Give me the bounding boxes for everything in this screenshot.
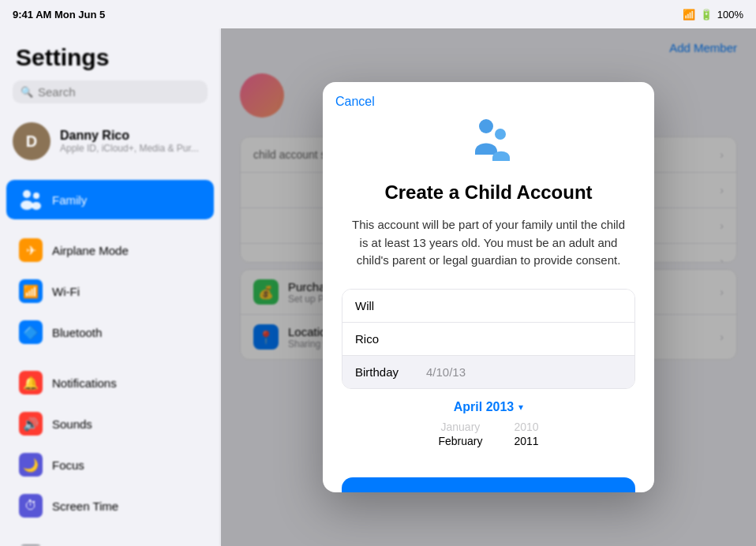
sidebar-item-screentime[interactable]: ⏱ Screen Time (6, 486, 214, 525)
month-picker-label: April 2013 (454, 400, 514, 414)
app-container: Settings 🔍 D Danny Rico Apple ID, iCloud… (0, 28, 756, 546)
create-child-account-modal: Cancel Create a Child Account This accou… (323, 82, 654, 492)
sidebar-item-notifications[interactable]: 🔔 Notifications (6, 363, 214, 402)
sidebar-item-bluetooth[interactable]: 🔷 Bluetooth (6, 312, 214, 352)
verify-button[interactable]: Verify You're an Adult (342, 477, 635, 493)
screentime-icon: ⏱ (19, 494, 43, 518)
battery-percent: 100% (717, 9, 743, 21)
year-col: 2010 2011 (514, 421, 538, 458)
birthday-value: 4/10/13 (426, 365, 622, 379)
sidebar-item-label-bluetooth: Bluetooth (52, 326, 102, 339)
picker-year-2010: 2010 (514, 421, 538, 433)
sidebar-item-label-wifi: Wi-Fi (52, 285, 80, 298)
sidebar-item-focus[interactable]: 🌙 Focus (6, 445, 214, 484)
profile-name: Danny Rico (60, 129, 199, 143)
main-content: Add Member child account settings and › … (221, 28, 756, 546)
month-picker[interactable]: April 2013 ▾ (323, 392, 654, 414)
family-svg-icon (461, 114, 516, 169)
search-icon: 🔍 (21, 86, 33, 98)
wifi-settings-icon: 📶 (19, 279, 43, 303)
modal-description: This account will be part of your family… (323, 216, 654, 289)
cancel-button[interactable]: Cancel (335, 95, 375, 109)
battery-icon: 🔋 (700, 9, 713, 21)
modal-form: Birthday 4/10/13 (342, 289, 635, 389)
status-bar: 9:41 AM Mon Jun 5 📶 🔋 100% (0, 0, 756, 28)
profile-item[interactable]: D Danny Rico Apple ID, iCloud+, Media & … (0, 113, 220, 170)
search-bar[interactable]: 🔍 (13, 80, 208, 103)
sidebar-item-label-screentime: Screen Time (52, 499, 118, 513)
svg-point-1 (33, 193, 39, 199)
modal-backdrop: Cancel Create a Child Account This accou… (221, 28, 756, 546)
wifi-icon: 📶 (683, 9, 695, 21)
svg-point-3 (32, 202, 41, 210)
airplane-icon: ✈ (19, 238, 43, 262)
sidebar-item-sounds[interactable]: 🔊 Sounds (6, 404, 214, 443)
sidebar-item-family[interactable]: Family (6, 180, 214, 219)
sidebar-item-general[interactable]: ⚙️ General (6, 537, 214, 546)
avatar-initials: D (26, 133, 37, 151)
sidebar-item-label-airplane: Airplane Mode (52, 244, 129, 257)
svg-point-0 (23, 190, 31, 198)
sidebar-item-label-family: Family (52, 193, 87, 207)
svg-point-5 (495, 129, 506, 140)
family-icon (19, 188, 43, 211)
notifications-icon: 🔔 (19, 371, 43, 395)
sidebar-item-wifi[interactable]: 📶 Wi-Fi (6, 271, 214, 311)
last-name-input[interactable] (355, 332, 622, 346)
sidebar: Settings 🔍 D Danny Rico Apple ID, iCloud… (0, 28, 221, 546)
sidebar-item-label-focus: Focus (52, 458, 84, 472)
profile-subtitle: Apple ID, iCloud+, Media & Pur... (60, 143, 199, 154)
last-name-row[interactable] (342, 323, 634, 356)
status-icons: 📶 🔋 100% (683, 9, 743, 21)
birthday-label: Birthday (355, 365, 426, 379)
picker-year-2011: 2011 (514, 435, 538, 447)
focus-icon: 🌙 (19, 453, 43, 477)
profile-info: Danny Rico Apple ID, iCloud+, Media & Pu… (60, 129, 199, 154)
sounds-icon: 🔊 (19, 412, 43, 436)
picker-month-feb: February (438, 435, 482, 447)
sidebar-item-label-notifications: Notifications (52, 376, 117, 390)
bluetooth-icon: 🔷 (19, 320, 43, 344)
first-name-input[interactable] (355, 299, 622, 312)
svg-point-4 (479, 119, 493, 133)
svg-point-2 (21, 200, 33, 210)
avatar: D (13, 122, 51, 160)
picker-scroll-area: January February 2010 2011 (323, 414, 654, 465)
status-time: 9:41 AM Mon Jun 5 (13, 9, 105, 21)
month-col: January February (438, 421, 482, 458)
modal-title: Create a Child Account (323, 181, 654, 216)
picker-month-jan: January (441, 421, 481, 433)
sidebar-title: Settings (0, 28, 220, 80)
sidebar-item-airplane[interactable]: ✈ Airplane Mode (6, 230, 214, 270)
search-input[interactable] (38, 85, 200, 99)
sidebar-item-label-sounds: Sounds (52, 417, 92, 431)
birthday-row[interactable]: Birthday 4/10/13 (342, 356, 634, 388)
month-picker-chevron: ▾ (518, 402, 523, 413)
first-name-row[interactable] (342, 290, 634, 323)
